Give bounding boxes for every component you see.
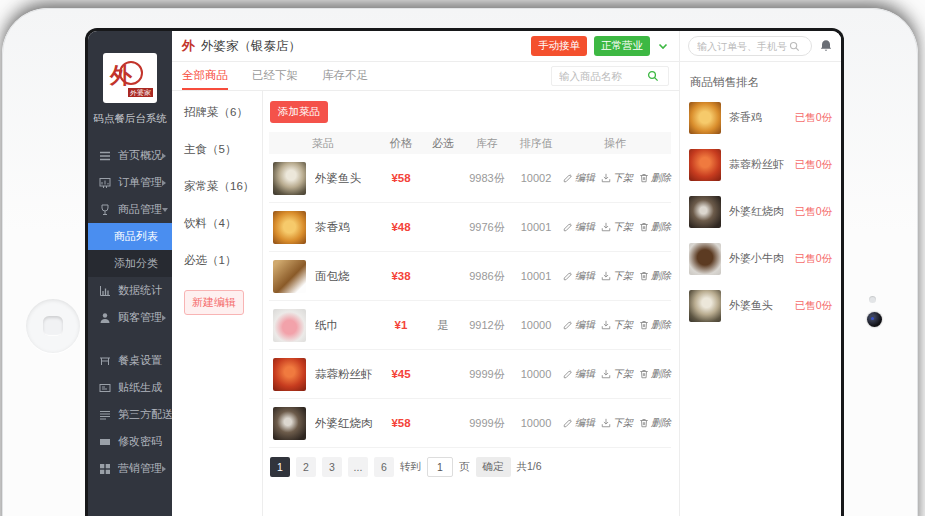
sidebar-item-customers[interactable]: 顾客管理 xyxy=(88,304,172,331)
dish-stock: 9983份 xyxy=(461,171,513,186)
order-chart-icon xyxy=(99,177,111,189)
delete-button[interactable]: 删除 xyxy=(639,171,671,185)
delete-button[interactable]: 删除 xyxy=(639,318,671,332)
page-button-1[interactable]: 1 xyxy=(270,457,290,477)
table-row: 蒜蓉粉丝虾 ¥45 9999份 10000 编辑 下架 删除 xyxy=(269,350,671,399)
delete-button[interactable]: 删除 xyxy=(639,269,671,283)
sidebar-item-tables[interactable]: 餐桌设置 xyxy=(88,347,172,374)
chevron-right-icon xyxy=(162,466,166,472)
order-search-bar xyxy=(680,31,841,62)
dish-name: 面包烧 xyxy=(315,269,350,284)
category-item[interactable]: 招牌菜（6） xyxy=(184,105,262,120)
dish-stock: 9912份 xyxy=(461,318,513,333)
off-shelf-button[interactable]: 下架 xyxy=(601,318,633,332)
off-shelf-button[interactable]: 下架 xyxy=(601,171,633,185)
ranking-dish-image xyxy=(689,102,721,134)
sidebar-item-marketing[interactable]: 营销管理 xyxy=(88,455,172,482)
person-icon xyxy=(99,312,111,324)
off-shelf-button[interactable]: 下架 xyxy=(601,269,633,283)
sidebar-item-stickers[interactable]: 贴纸生成 xyxy=(88,374,172,401)
brand-logo: 外 外婆家 xyxy=(103,53,157,103)
off-shelf-button[interactable]: 下架 xyxy=(601,220,633,234)
pencil-icon xyxy=(563,320,573,330)
ranking-item: 茶香鸡 已售0份 xyxy=(680,94,841,141)
dish-name: 外婆红烧肉 xyxy=(315,416,373,431)
ranking-dish-name: 外婆小牛肉 xyxy=(729,251,795,266)
business-status-button[interactable]: 正常营业 xyxy=(594,36,650,56)
page-button-2[interactable]: 2 xyxy=(296,457,316,477)
col-required: 必选 xyxy=(425,136,461,151)
category-item[interactable]: 家常菜（16） xyxy=(184,179,262,194)
sidebar-item-orders[interactable]: 订单管理 xyxy=(88,169,172,196)
sidebar-item-home[interactable]: 首页概况 xyxy=(88,142,172,169)
sales-ranking-panel: 商品销售排名 茶香鸡 已售0份 蒜蓉粉丝虾 已售0份 外婆红烧肉 已售0份 外婆… xyxy=(679,31,841,516)
order-search-input[interactable] xyxy=(697,41,789,52)
trash-icon xyxy=(639,320,649,330)
product-search-input[interactable] xyxy=(559,70,647,82)
off-shelf-button[interactable]: 下架 xyxy=(601,367,633,381)
sidebar-item-add-category[interactable]: 添加分类 xyxy=(88,250,172,277)
top-header: 外 外婆家（银泰店） 手动接单 正常营业 xyxy=(172,31,679,62)
dish-name: 外婆鱼头 xyxy=(315,171,361,186)
tab-low-stock[interactable]: 库存不足 xyxy=(322,62,368,91)
arrow-down-box-icon xyxy=(601,418,611,428)
add-dish-button[interactable]: 添加菜品 xyxy=(270,101,328,123)
ranking-dish-name: 蒜蓉粉丝虾 xyxy=(729,157,795,172)
off-shelf-button[interactable]: 下架 xyxy=(601,416,633,430)
table-row: 外婆鱼头 ¥58 9983份 10002 编辑 下架 删除 xyxy=(269,154,671,203)
category-item[interactable]: 主食（5） xyxy=(184,142,262,157)
bell-icon[interactable] xyxy=(819,39,833,53)
ranking-sold-count: 已售0份 xyxy=(795,158,832,172)
screen: 外 外婆家 码点餐后台系统 首页概况 订单管理 商品管理 商品列表 添加分类 数… xyxy=(88,31,841,516)
dish-price: ¥48 xyxy=(377,221,425,233)
new-edit-button[interactable]: 新建编辑 xyxy=(184,290,244,315)
main-column: 外 外婆家（银泰店） 手动接单 正常营业 全部商品 已经下架 库存不足 招牌菜（… xyxy=(172,31,679,516)
sidebar-item-products[interactable]: 商品管理 xyxy=(88,196,172,223)
confirm-page-button[interactable]: 确定 xyxy=(476,457,511,477)
ranking-sold-count: 已售0份 xyxy=(795,205,832,219)
sidebar-item-statistics[interactable]: 数据统计 xyxy=(88,277,172,304)
status-chevron-down-icon[interactable] xyxy=(657,40,669,52)
edit-button[interactable]: 编辑 xyxy=(563,220,595,234)
table-row: 外婆红烧肉 ¥58 9999份 10000 编辑 下架 删除 xyxy=(269,399,671,448)
home-button-icon xyxy=(43,316,63,336)
col-sort: 排序值 xyxy=(513,136,559,151)
dish-image xyxy=(273,358,306,391)
tab-off-shelf[interactable]: 已经下架 xyxy=(252,62,298,91)
dish-sort: 10000 xyxy=(513,368,559,380)
delete-button[interactable]: 删除 xyxy=(639,416,671,430)
page-button-6[interactable]: 6 xyxy=(374,457,394,477)
ranking-dish-image xyxy=(689,149,721,181)
dish-name: 纸巾 xyxy=(315,318,338,333)
sidebar-item-password[interactable]: 修改密码 xyxy=(88,428,172,455)
edit-button[interactable]: 编辑 xyxy=(563,416,595,430)
delete-button[interactable]: 删除 xyxy=(639,367,671,381)
search-icon[interactable] xyxy=(789,41,800,52)
page-button-3[interactable]: 3 xyxy=(322,457,342,477)
search-icon[interactable] xyxy=(647,70,659,82)
sidebar-item-product-list[interactable]: 商品列表 xyxy=(88,223,172,250)
delete-button[interactable]: 删除 xyxy=(639,220,671,234)
dish-sort: 10000 xyxy=(513,319,559,331)
home-button[interactable] xyxy=(26,299,80,353)
edit-button[interactable]: 编辑 xyxy=(563,269,595,283)
page-number-input[interactable] xyxy=(427,457,453,477)
tab-all-products[interactable]: 全部商品 xyxy=(182,62,228,91)
chevron-right-icon xyxy=(162,315,166,321)
edit-button[interactable]: 编辑 xyxy=(563,171,595,185)
category-item[interactable]: 饮料（4） xyxy=(184,216,262,231)
manual-order-button[interactable]: 手动接单 xyxy=(531,36,587,56)
system-name: 码点餐后台系统 xyxy=(88,112,172,126)
category-item[interactable]: 必选（1） xyxy=(184,253,262,268)
edit-button[interactable]: 编辑 xyxy=(563,318,595,332)
bar-chart-icon xyxy=(99,285,111,297)
list-lines-icon xyxy=(99,409,111,421)
edit-button[interactable]: 编辑 xyxy=(563,367,595,381)
arrow-down-box-icon xyxy=(601,271,611,281)
sidebar-item-delivery[interactable]: 第三方配送 xyxy=(88,401,172,428)
dish-required: 是 xyxy=(425,318,461,333)
dish-price: ¥1 xyxy=(377,319,425,331)
product-tabs: 全部商品 已经下架 库存不足 xyxy=(172,62,679,91)
page-ellipsis[interactable]: ... xyxy=(348,457,368,477)
page-unit-label: 页 xyxy=(459,460,470,474)
